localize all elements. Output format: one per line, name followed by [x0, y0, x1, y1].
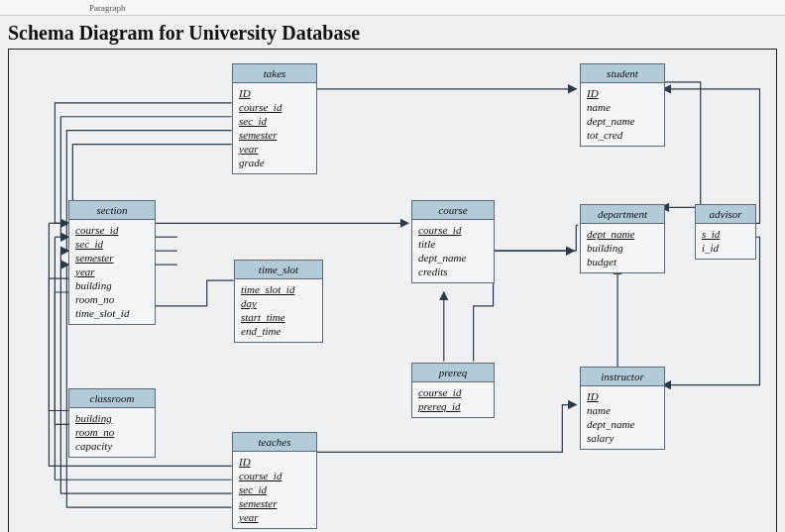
entity-header: section	[69, 201, 155, 220]
entity-advisor: advisor s_id i_id	[695, 204, 756, 260]
entity-takes: takes ID course_id sec_id semester year …	[232, 63, 317, 174]
entity-student: student ID name dept_name tot_cred	[580, 63, 665, 147]
attr: name	[587, 403, 658, 417]
attr: semester	[239, 496, 310, 510]
entity-header: time_slot	[235, 261, 322, 279]
attr: ID	[587, 389, 658, 403]
ribbon-group-label: Paragraph	[89, 3, 125, 13]
attr: name	[587, 100, 658, 114]
page-title: Schema Diagram for University Database	[8, 22, 777, 45]
attr: capacity	[75, 439, 149, 453]
entity-department: department dept_name building budget	[580, 204, 665, 273]
entity-teaches: teaches ID course_id sec_id semester yea…	[232, 432, 317, 529]
attr: dept_name	[587, 227, 658, 241]
entity-header: course	[412, 201, 494, 220]
entity-header: instructor	[581, 368, 664, 386]
entity-header: advisor	[696, 205, 755, 224]
entity-header: prereq	[412, 364, 494, 382]
attr: ID	[239, 86, 310, 100]
attr: ID	[587, 86, 658, 100]
entity-header: student	[581, 64, 664, 83]
attr: prereq_id	[418, 399, 488, 413]
attr: dept_name	[418, 251, 488, 265]
ribbon-bar: Paragraph	[0, 0, 785, 16]
attr: semester	[75, 251, 149, 265]
attr: time_slot_id	[241, 282, 316, 296]
attr: sec_id	[239, 114, 310, 128]
attr: budget	[587, 255, 658, 268]
attr: start_time	[241, 310, 316, 324]
attr: building	[75, 411, 149, 425]
page: Schema Diagram for University Database	[0, 16, 785, 532]
entity-header: teaches	[233, 433, 316, 452]
attr: building	[587, 241, 658, 255]
attr: course_id	[418, 223, 488, 237]
attr: semester	[239, 128, 310, 142]
attr: sec_id	[239, 482, 310, 496]
attr: sec_id	[75, 237, 149, 251]
attr: day	[241, 296, 316, 310]
entity-course: course course_id title dept_name credits	[411, 200, 495, 283]
entity-classroom: classroom building room_no capacity	[68, 388, 156, 458]
attr: credits	[418, 265, 488, 278]
entity-prereq: prereq course_id prereq_id	[411, 363, 495, 418]
attr: dept_name	[587, 417, 658, 431]
attr: room_no	[75, 425, 149, 439]
entity-header: department	[581, 205, 664, 224]
entity-instructor: instructor ID name dept_name salary	[580, 367, 665, 450]
entity-header: takes	[233, 64, 316, 83]
attr: tot_cred	[587, 128, 658, 142]
attr: room_no	[75, 292, 149, 306]
attr: building	[75, 278, 149, 292]
attr: course_id	[418, 385, 488, 399]
attr: year	[239, 510, 310, 524]
attr: time_slot_id	[75, 306, 149, 320]
attr: salary	[587, 431, 658, 445]
attr: course_id	[239, 469, 310, 482]
attr: course_id	[239, 100, 310, 114]
attr: year	[239, 142, 310, 156]
entity-header: classroom	[69, 389, 155, 408]
attr: course_id	[75, 223, 149, 237]
attr: end_time	[241, 324, 316, 338]
attr: year	[75, 265, 149, 278]
entity-time-slot: time_slot time_slot_id day start_time en…	[234, 260, 323, 343]
attr: title	[418, 237, 488, 251]
attr: s_id	[702, 227, 749, 241]
attr: dept_name	[587, 114, 658, 128]
attr: ID	[239, 455, 310, 469]
attr: grade	[239, 156, 310, 169]
attr: i_id	[702, 241, 749, 255]
diagram-canvas: takes ID course_id sec_id semester year …	[8, 49, 777, 532]
entity-section: section course_id sec_id semester year b…	[68, 200, 156, 325]
